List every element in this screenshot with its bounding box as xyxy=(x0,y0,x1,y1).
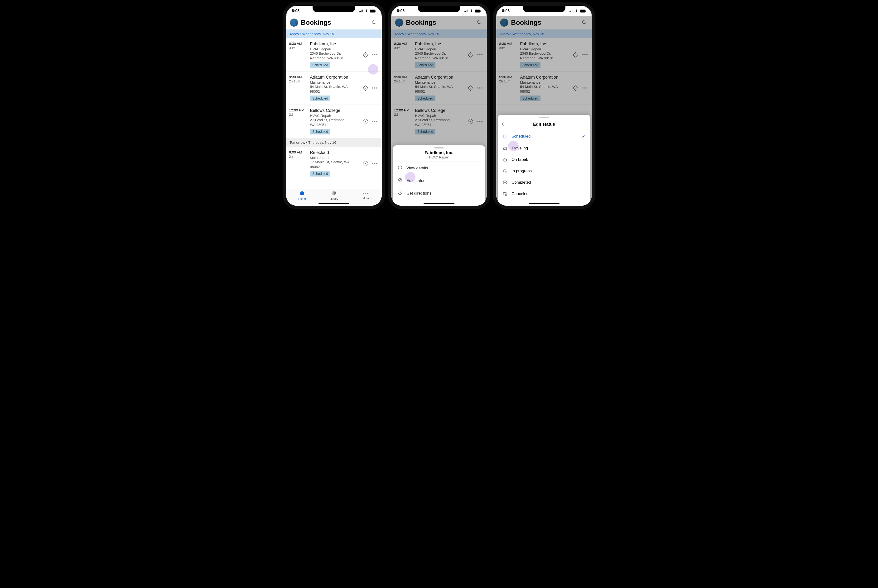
battery-icon xyxy=(475,9,481,13)
edit-icon xyxy=(398,178,403,184)
action-column: ••• xyxy=(362,150,379,177)
booking-time: 12:00 PM xyxy=(289,108,308,112)
edit-status-sheet: Edit status Scheduled ✓ Traveling On bre… xyxy=(498,115,590,206)
status-badge: Scheduled xyxy=(310,129,330,135)
status-option-scheduled[interactable]: Scheduled ✓ xyxy=(498,130,590,142)
tab-library[interactable]: Library xyxy=(318,191,350,201)
more-icon: ••• xyxy=(372,52,378,57)
booking-time: 8:00 AM xyxy=(289,150,308,154)
avatar[interactable]: 👤 xyxy=(290,18,298,27)
booking-row[interactable]: 8:00 AM 2h Relecloud Maintenance 17 Mapl… xyxy=(286,147,382,180)
address-line2: 98052 xyxy=(310,89,359,94)
home-indicator[interactable] xyxy=(318,203,350,204)
cellular-icon xyxy=(359,9,363,12)
home-indicator[interactable] xyxy=(423,203,455,204)
more-icon: ••• xyxy=(372,161,378,166)
wifi-icon xyxy=(470,9,473,13)
directions-icon xyxy=(363,118,368,124)
tab-home[interactable]: Home xyxy=(287,191,318,201)
time-column: 8:00 AM 2h xyxy=(289,150,308,177)
tab-more[interactable]: ••• More xyxy=(350,191,382,200)
service-name: Maintenance xyxy=(310,80,359,84)
status-option-onbreak[interactable]: On break xyxy=(498,154,590,165)
home-icon xyxy=(287,191,318,197)
app-header: 👤 Bookings xyxy=(286,16,382,30)
menu-get-directions[interactable]: Get directions xyxy=(393,187,485,200)
time-column: 9:30 AM 2h 15m xyxy=(289,75,308,101)
address-line2: 98052 xyxy=(310,164,359,169)
status-time: 8:05 xyxy=(502,9,510,13)
date-header-today: Today • Wednesday, Nov 15 xyxy=(286,30,382,38)
calendar-icon xyxy=(503,134,508,139)
menu-label: Get directions xyxy=(407,191,431,196)
customer-name: Bellows College xyxy=(310,108,359,113)
detail-column: Adatum Corporation Maintenance 54 Main S… xyxy=(310,75,359,101)
booking-time: 8:30 AM xyxy=(289,42,308,46)
home-indicator[interactable] xyxy=(528,203,560,204)
more-button[interactable]: ••• xyxy=(371,51,379,58)
directions-button[interactable] xyxy=(362,118,369,125)
status-option-completed[interactable]: Completed xyxy=(498,177,590,188)
more-button[interactable]: ••• xyxy=(371,84,379,92)
svg-rect-2 xyxy=(375,10,375,12)
menu-edit-status[interactable]: Edit status xyxy=(393,174,485,187)
tab-label: Library xyxy=(330,197,338,201)
status-time: 8:05 xyxy=(397,9,405,13)
sheet-grabber[interactable] xyxy=(434,147,444,148)
status-icons xyxy=(464,9,481,13)
svg-point-13 xyxy=(471,12,472,13)
menu-view-details[interactable]: View details xyxy=(393,162,485,174)
directions-icon xyxy=(363,160,368,166)
address-line2: WA 98051 xyxy=(310,122,359,127)
device-notch xyxy=(417,6,461,12)
tab-label: Home xyxy=(298,197,306,201)
action-column: ••• xyxy=(362,42,379,68)
booking-row[interactable]: 9:30 AM 2h 15m Adatum Corporation Mainte… xyxy=(286,72,382,105)
directions-button[interactable] xyxy=(362,84,369,92)
booking-row[interactable]: 12:00 PM 2d Bellows College HVAC Repair … xyxy=(286,105,382,138)
wifi-icon xyxy=(365,9,368,13)
coffee-icon xyxy=(503,157,508,162)
sheet-subtitle: HVAC Repair xyxy=(393,155,485,162)
date-sep: • xyxy=(300,32,301,36)
cellular-icon xyxy=(569,9,573,12)
status-badge: Scheduled xyxy=(310,171,330,177)
screen: 👤 Bookings Today • Wednesday, Nov 15 8:3… xyxy=(496,16,592,206)
sheet-grabber[interactable] xyxy=(539,117,549,118)
svg-rect-1 xyxy=(370,10,375,12)
address-line2: Redmond, WA 98101 xyxy=(310,56,359,61)
status-label: Scheduled xyxy=(512,134,530,139)
search-button[interactable] xyxy=(370,19,378,26)
svg-point-38 xyxy=(506,149,506,150)
svg-point-40 xyxy=(503,181,507,184)
date-text: Thursday, Nov 16 xyxy=(308,140,336,144)
more-button[interactable]: ••• xyxy=(371,118,379,125)
time-column: 8:30 AM 30m xyxy=(289,42,308,68)
status-option-canceled[interactable]: Canceled xyxy=(498,188,590,200)
booking-duration: 30m xyxy=(289,46,308,50)
directions-button[interactable] xyxy=(362,51,369,58)
booking-row[interactable]: 8:30 AM 30m Fabrikam, Inc. HVAC Repair 2… xyxy=(286,38,382,72)
action-sheet: Fabrikam, Inc. HVAC Repair View details … xyxy=(393,146,485,206)
check-icon: ✓ xyxy=(582,134,586,139)
status-option-traveling[interactable]: Traveling xyxy=(498,142,590,154)
sheet-title: Edit status xyxy=(501,122,587,127)
more-icon: ••• xyxy=(372,86,378,90)
action-column: ••• xyxy=(362,108,379,135)
menu-label: View details xyxy=(407,166,428,171)
cancel-icon xyxy=(503,192,508,196)
address-line1: 273 2nd St, Redmond, xyxy=(310,118,359,122)
svg-rect-33 xyxy=(503,135,507,138)
device-notch xyxy=(312,6,355,12)
status-icons xyxy=(569,9,586,13)
battery-icon xyxy=(580,9,586,13)
address-line1: 54 Main St, Seattle, WA xyxy=(310,84,359,89)
svg-rect-14 xyxy=(475,10,480,12)
status-option-inprogress[interactable]: In progress xyxy=(498,165,590,177)
status-icons xyxy=(359,9,376,13)
service-name: HVAC Repair xyxy=(310,47,359,51)
clock-icon xyxy=(503,169,508,173)
more-button[interactable]: ••• xyxy=(371,160,379,167)
directions-button[interactable] xyxy=(362,160,369,167)
directions-icon xyxy=(398,190,403,196)
